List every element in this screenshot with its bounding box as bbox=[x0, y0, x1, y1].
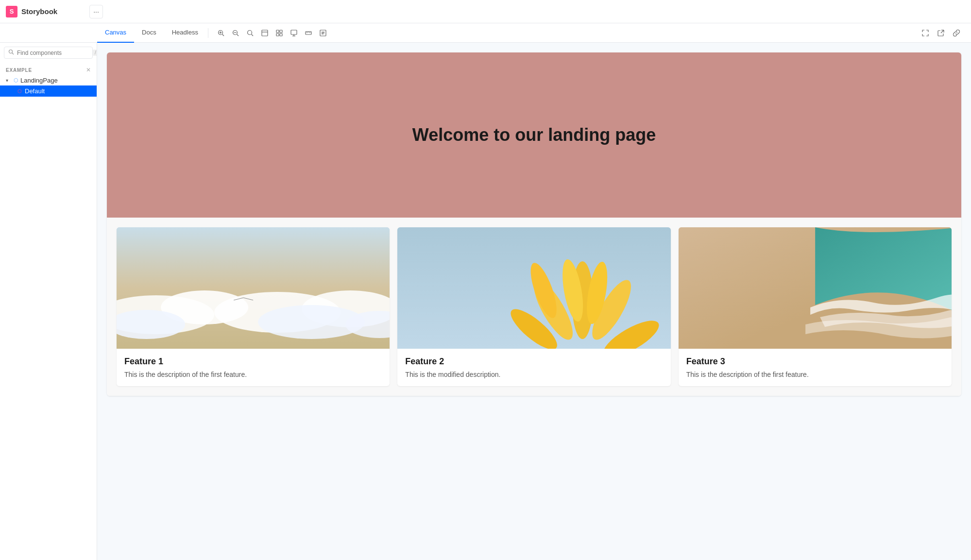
svg-rect-13 bbox=[276, 34, 279, 36]
feature-content-1: Feature 1 This is the description of the… bbox=[117, 349, 390, 386]
feature-card-1: Feature 1 This is the description of the… bbox=[117, 227, 390, 386]
top-bar: S Storybook ··· bbox=[0, 0, 971, 23]
feature-card-3: Feature 3 This is the description of the… bbox=[679, 227, 952, 386]
sidebar: / EXAMPLE ✕ ▾ ⬡ LandingPage ⬡ Default bbox=[0, 43, 97, 560]
feature-card-2: Feature 2 This is the modified descripti… bbox=[397, 227, 670, 386]
hero-title: Welcome to our landing page bbox=[412, 125, 656, 145]
story-item-default[interactable]: ⬡ Default bbox=[0, 85, 97, 97]
copy-link-icon[interactable] bbox=[950, 26, 963, 40]
svg-rect-9 bbox=[262, 30, 268, 36]
fullscreen-icon[interactable] bbox=[919, 26, 932, 40]
tab-list: Canvas Docs Headless bbox=[97, 23, 330, 43]
story-icon: ⬡ bbox=[17, 88, 22, 94]
feature-desc-1: This is the description of the first fea… bbox=[124, 371, 382, 378]
frame-view-icon[interactable] bbox=[287, 26, 301, 40]
tab-docs[interactable]: Docs bbox=[134, 23, 164, 43]
svg-line-1 bbox=[222, 34, 224, 36]
feature-title-1: Feature 1 bbox=[124, 356, 382, 367]
feature-image-2 bbox=[397, 227, 670, 349]
tree-item-landing-page[interactable]: ▾ ⬡ LandingPage bbox=[0, 75, 97, 85]
search-bar[interactable]: / bbox=[4, 47, 93, 59]
feature-content-2: Feature 2 This is the modified descripti… bbox=[397, 349, 670, 386]
feature-desc-3: This is the description of the first fea… bbox=[686, 371, 944, 378]
zoom-in-icon[interactable] bbox=[214, 26, 228, 40]
zoom-reset-icon[interactable] bbox=[243, 26, 257, 40]
feature-title-3: Feature 3 bbox=[686, 356, 944, 367]
zoom-out-icon[interactable] bbox=[229, 26, 242, 40]
hero-section: Welcome to our landing page bbox=[107, 52, 961, 218]
tabs-right-actions bbox=[919, 26, 971, 40]
tab-headless[interactable]: Headless bbox=[164, 23, 206, 43]
svg-point-7 bbox=[247, 30, 252, 34]
section-label: EXAMPLE bbox=[6, 68, 32, 73]
main-layout: / EXAMPLE ✕ ▾ ⬡ LandingPage ⬡ Default We… bbox=[0, 43, 971, 560]
svg-rect-11 bbox=[276, 30, 279, 33]
section-close-button[interactable]: ✕ bbox=[86, 67, 91, 73]
feature-image-1 bbox=[117, 227, 390, 349]
measure-view-icon[interactable] bbox=[302, 26, 315, 40]
storybook-logo-icon: S bbox=[6, 6, 17, 17]
tab-divider bbox=[208, 28, 208, 38]
svg-line-5 bbox=[237, 34, 238, 36]
svg-rect-14 bbox=[280, 34, 282, 36]
feature-desc-2: This is the modified description. bbox=[405, 371, 663, 378]
search-input[interactable] bbox=[17, 50, 90, 56]
search-shortcut: / bbox=[93, 50, 97, 56]
svg-line-28 bbox=[941, 30, 944, 33]
feature-image-3 bbox=[679, 227, 952, 349]
menu-dots-button[interactable]: ··· bbox=[89, 5, 103, 18]
chevron-down-icon: ▾ bbox=[6, 78, 12, 83]
svg-line-30 bbox=[12, 53, 14, 55]
canvas-area: Welcome to our landing page bbox=[97, 43, 971, 560]
feature-content-3: Feature 3 This is the description of the… bbox=[679, 349, 952, 386]
component-icon: ⬡ bbox=[14, 77, 18, 84]
tab-canvas[interactable]: Canvas bbox=[97, 23, 134, 43]
tree-item-label: LandingPage bbox=[20, 77, 58, 84]
logo-area: S Storybook ··· bbox=[6, 5, 103, 18]
grid-view-icon[interactable] bbox=[273, 26, 286, 40]
open-new-tab-icon[interactable] bbox=[934, 26, 948, 40]
svg-rect-12 bbox=[280, 30, 282, 33]
svg-line-8 bbox=[251, 34, 253, 36]
app-title: Storybook bbox=[21, 7, 57, 16]
preview-container: Welcome to our landing page bbox=[107, 52, 961, 396]
section-header: EXAMPLE ✕ bbox=[0, 63, 97, 75]
component-view-icon[interactable] bbox=[258, 26, 272, 40]
search-icon bbox=[8, 49, 14, 56]
svg-rect-15 bbox=[291, 30, 297, 34]
tabs-bar: Canvas Docs Headless bbox=[0, 23, 971, 43]
story-item-label: Default bbox=[25, 87, 45, 95]
toolbar-icons bbox=[214, 26, 330, 40]
svg-point-29 bbox=[9, 50, 13, 53]
feature-title-2: Feature 2 bbox=[405, 356, 663, 367]
features-section: Feature 1 This is the description of the… bbox=[107, 218, 961, 396]
outline-view-icon[interactable] bbox=[316, 26, 330, 40]
